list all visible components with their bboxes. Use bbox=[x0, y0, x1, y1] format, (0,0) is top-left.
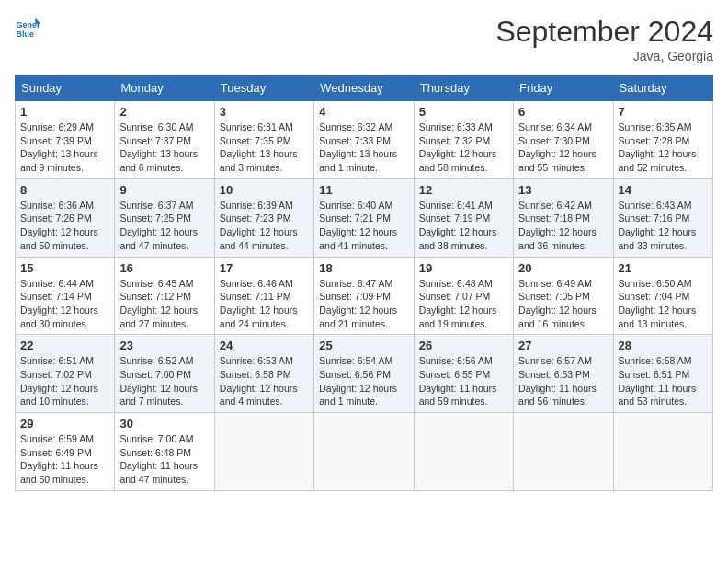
calendar-day-cell: 14Sunrise: 6:43 AM Sunset: 7:16 PM Dayli… bbox=[613, 178, 712, 257]
calendar-day-cell: 10Sunrise: 6:39 AM Sunset: 7:23 PM Dayli… bbox=[214, 178, 313, 257]
day-info: Sunrise: 7:00 AM Sunset: 6:48 PM Dayligh… bbox=[119, 432, 209, 487]
calendar-day-cell: 7Sunrise: 6:35 AM Sunset: 7:28 PM Daylig… bbox=[613, 101, 712, 179]
day-number: 11 bbox=[319, 183, 408, 197]
calendar-day-header: Wednesday bbox=[314, 75, 414, 101]
day-info: Sunrise: 6:47 AM Sunset: 7:09 PM Dayligh… bbox=[319, 277, 408, 331]
day-number: 29 bbox=[20, 417, 109, 431]
day-info: Sunrise: 6:36 AM Sunset: 7:26 PM Dayligh… bbox=[20, 199, 109, 253]
calendar-day-cell: 13Sunrise: 6:42 AM Sunset: 7:18 PM Dayli… bbox=[514, 178, 613, 257]
calendar-day-cell bbox=[514, 413, 613, 491]
day-info: Sunrise: 6:51 AM Sunset: 7:02 PM Dayligh… bbox=[20, 354, 109, 408]
calendar-day-cell: 27Sunrise: 6:57 AM Sunset: 6:53 PM Dayli… bbox=[514, 335, 613, 413]
calendar-week-row: 29Sunrise: 6:59 AM Sunset: 6:49 PM Dayli… bbox=[16, 413, 713, 491]
calendar-day-cell: 16Sunrise: 6:45 AM Sunset: 7:12 PM Dayli… bbox=[115, 257, 214, 335]
logo-icon: General Blue bbox=[15, 15, 40, 40]
day-number: 12 bbox=[419, 183, 508, 197]
day-info: Sunrise: 6:39 AM Sunset: 7:23 PM Dayligh… bbox=[220, 199, 309, 253]
day-info: Sunrise: 6:54 AM Sunset: 6:56 PM Dayligh… bbox=[319, 354, 408, 408]
day-info: Sunrise: 6:53 AM Sunset: 6:58 PM Dayligh… bbox=[220, 354, 309, 408]
calendar-day-header: Thursday bbox=[414, 75, 513, 101]
day-number: 2 bbox=[119, 105, 209, 119]
day-info: Sunrise: 6:41 AM Sunset: 7:19 PM Dayligh… bbox=[419, 199, 508, 253]
day-info: Sunrise: 6:30 AM Sunset: 7:37 PM Dayligh… bbox=[119, 121, 209, 175]
calendar-day-cell: 22Sunrise: 6:51 AM Sunset: 7:02 PM Dayli… bbox=[16, 335, 115, 413]
calendar-day-header: Tuesday bbox=[214, 75, 313, 101]
calendar-day-cell: 18Sunrise: 6:47 AM Sunset: 7:09 PM Dayli… bbox=[314, 257, 414, 335]
month-title: September 2024 bbox=[495, 15, 713, 49]
day-number: 27 bbox=[518, 339, 608, 352]
calendar-day-cell: 5Sunrise: 6:33 AM Sunset: 7:32 PM Daylig… bbox=[414, 101, 513, 179]
day-number: 5 bbox=[419, 105, 508, 119]
day-info: Sunrise: 6:31 AM Sunset: 7:35 PM Dayligh… bbox=[220, 121, 309, 175]
day-info: Sunrise: 6:58 AM Sunset: 6:51 PM Dayligh… bbox=[619, 354, 708, 408]
day-info: Sunrise: 6:49 AM Sunset: 7:05 PM Dayligh… bbox=[518, 277, 608, 331]
calendar-day-cell: 2Sunrise: 6:30 AM Sunset: 7:37 PM Daylig… bbox=[115, 101, 214, 179]
day-info: Sunrise: 6:48 AM Sunset: 7:07 PM Dayligh… bbox=[419, 277, 508, 331]
day-info: Sunrise: 6:29 AM Sunset: 7:39 PM Dayligh… bbox=[20, 121, 109, 175]
calendar-body: 1Sunrise: 6:29 AM Sunset: 7:39 PM Daylig… bbox=[16, 101, 713, 491]
day-number: 6 bbox=[518, 105, 608, 119]
calendar-day-cell: 30Sunrise: 7:00 AM Sunset: 6:48 PM Dayli… bbox=[115, 413, 214, 491]
day-info: Sunrise: 6:42 AM Sunset: 7:18 PM Dayligh… bbox=[518, 199, 608, 253]
day-info: Sunrise: 6:33 AM Sunset: 7:32 PM Dayligh… bbox=[419, 121, 508, 175]
day-number: 23 bbox=[119, 339, 209, 352]
calendar-header-row: SundayMondayTuesdayWednesdayThursdayFrid… bbox=[16, 75, 713, 101]
day-number: 1 bbox=[20, 105, 109, 119]
day-number: 10 bbox=[220, 183, 309, 197]
day-info: Sunrise: 6:32 AM Sunset: 7:33 PM Dayligh… bbox=[319, 121, 408, 175]
title-block: September 2024 Java, Georgia bbox=[495, 15, 713, 63]
calendar-day-cell: 8Sunrise: 6:36 AM Sunset: 7:26 PM Daylig… bbox=[16, 178, 115, 257]
calendar-week-row: 1Sunrise: 6:29 AM Sunset: 7:39 PM Daylig… bbox=[16, 101, 713, 179]
day-number: 15 bbox=[20, 261, 109, 275]
calendar-day-cell: 4Sunrise: 6:32 AM Sunset: 7:33 PM Daylig… bbox=[314, 101, 414, 179]
calendar-day-cell: 26Sunrise: 6:56 AM Sunset: 6:55 PM Dayli… bbox=[414, 335, 513, 413]
day-number: 8 bbox=[20, 183, 109, 197]
day-info: Sunrise: 6:35 AM Sunset: 7:28 PM Dayligh… bbox=[619, 121, 708, 175]
day-info: Sunrise: 6:37 AM Sunset: 7:25 PM Dayligh… bbox=[119, 199, 209, 253]
calendar-day-header: Monday bbox=[115, 75, 214, 101]
calendar-week-row: 22Sunrise: 6:51 AM Sunset: 7:02 PM Dayli… bbox=[16, 335, 713, 413]
page-header: General Blue September 2024 Java, Georgi… bbox=[15, 15, 713, 63]
day-number: 14 bbox=[619, 183, 708, 197]
day-number: 7 bbox=[619, 105, 708, 119]
day-number: 26 bbox=[419, 339, 508, 352]
day-number: 21 bbox=[619, 261, 708, 275]
day-number: 28 bbox=[619, 339, 708, 352]
calendar-day-cell: 9Sunrise: 6:37 AM Sunset: 7:25 PM Daylig… bbox=[115, 178, 214, 257]
day-number: 25 bbox=[319, 339, 408, 352]
day-info: Sunrise: 6:57 AM Sunset: 6:53 PM Dayligh… bbox=[518, 354, 608, 408]
calendar-day-cell: 1Sunrise: 6:29 AM Sunset: 7:39 PM Daylig… bbox=[16, 101, 115, 179]
calendar-day-header: Sunday bbox=[16, 75, 115, 101]
calendar-day-cell: 21Sunrise: 6:50 AM Sunset: 7:04 PM Dayli… bbox=[613, 257, 712, 335]
calendar-day-cell: 28Sunrise: 6:58 AM Sunset: 6:51 PM Dayli… bbox=[613, 335, 712, 413]
day-number: 3 bbox=[220, 105, 309, 119]
day-number: 16 bbox=[119, 261, 209, 275]
calendar-day-cell: 15Sunrise: 6:44 AM Sunset: 7:14 PM Dayli… bbox=[16, 257, 115, 335]
day-info: Sunrise: 6:46 AM Sunset: 7:11 PM Dayligh… bbox=[220, 277, 309, 331]
location-subtitle: Java, Georgia bbox=[495, 49, 713, 63]
day-info: Sunrise: 6:56 AM Sunset: 6:55 PM Dayligh… bbox=[419, 354, 508, 408]
calendar-day-header: Friday bbox=[514, 75, 613, 101]
calendar-day-cell bbox=[314, 413, 414, 491]
day-number: 18 bbox=[319, 261, 408, 275]
day-info: Sunrise: 6:44 AM Sunset: 7:14 PM Dayligh… bbox=[20, 277, 109, 331]
day-number: 13 bbox=[518, 183, 608, 197]
calendar-day-cell bbox=[414, 413, 513, 491]
calendar-day-cell: 3Sunrise: 6:31 AM Sunset: 7:35 PM Daylig… bbox=[214, 101, 313, 179]
calendar-day-cell: 11Sunrise: 6:40 AM Sunset: 7:21 PM Dayli… bbox=[314, 178, 414, 257]
calendar-week-row: 15Sunrise: 6:44 AM Sunset: 7:14 PM Dayli… bbox=[16, 257, 713, 335]
calendar-day-header: Saturday bbox=[613, 75, 712, 101]
calendar-day-cell: 12Sunrise: 6:41 AM Sunset: 7:19 PM Dayli… bbox=[414, 178, 513, 257]
calendar-week-row: 8Sunrise: 6:36 AM Sunset: 7:26 PM Daylig… bbox=[16, 178, 713, 257]
calendar-day-cell: 17Sunrise: 6:46 AM Sunset: 7:11 PM Dayli… bbox=[214, 257, 313, 335]
svg-text:Blue: Blue bbox=[16, 29, 34, 39]
day-info: Sunrise: 6:45 AM Sunset: 7:12 PM Dayligh… bbox=[119, 277, 209, 331]
day-number: 20 bbox=[518, 261, 608, 275]
day-info: Sunrise: 6:34 AM Sunset: 7:30 PM Dayligh… bbox=[518, 121, 608, 175]
calendar-day-cell: 24Sunrise: 6:53 AM Sunset: 6:58 PM Dayli… bbox=[214, 335, 313, 413]
day-info: Sunrise: 6:43 AM Sunset: 7:16 PM Dayligh… bbox=[619, 199, 708, 253]
day-number: 19 bbox=[419, 261, 508, 275]
calendar-day-cell: 19Sunrise: 6:48 AM Sunset: 7:07 PM Dayli… bbox=[414, 257, 513, 335]
calendar-day-cell: 6Sunrise: 6:34 AM Sunset: 7:30 PM Daylig… bbox=[514, 101, 613, 179]
day-number: 4 bbox=[319, 105, 408, 119]
